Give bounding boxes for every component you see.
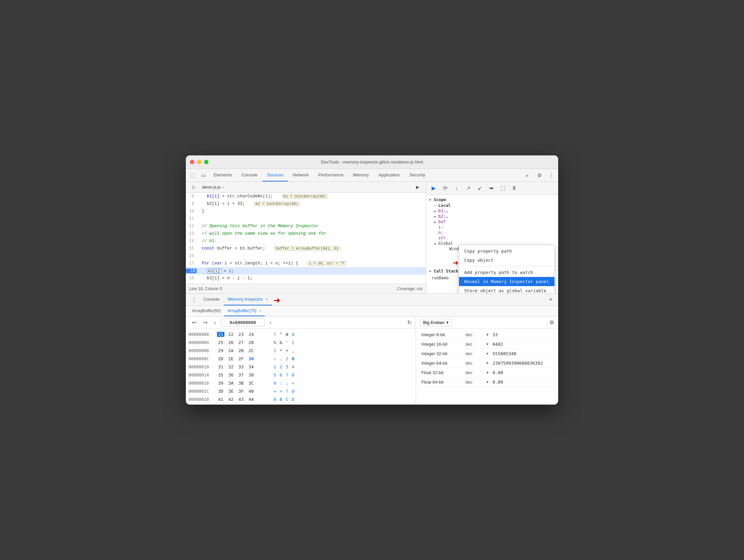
pause-btn[interactable]: ⟳ — [440, 184, 450, 193]
hex-byte-22[interactable]: 22 — [227, 332, 235, 337]
code-line-19: 19 b2[i] = n - i - 1; — [186, 275, 426, 282]
hex-byte-24[interactable]: 24 — [247, 332, 255, 337]
minimize-button[interactable] — [197, 160, 201, 164]
tab-security[interactable]: Security — [404, 169, 430, 181]
code-panel-end: ▶ — [412, 185, 423, 190]
titlebar: DevTools - memory-inspector.glitch.me/de… — [186, 155, 558, 169]
more-tabs-icon[interactable]: » — [522, 172, 532, 178]
more-debugger-btn[interactable]: ⏸ — [509, 184, 519, 193]
buffer-tab-60[interactable]: ArrayBuffer(60) — [189, 306, 224, 316]
value-row-int8: Integer 8-bit dec ▼ 33 — [416, 330, 558, 340]
hex-row-2: 00000008 29 2A 2B 2C ) * + — [189, 346, 413, 354]
code-line-10: 10 } — [186, 208, 426, 215]
code-line-13: 13 // will open the same view as for ope… — [186, 230, 426, 237]
tab-application[interactable]: Application — [374, 169, 405, 181]
code-line-14: 14 // b1. — [186, 237, 426, 245]
tab-memory-inspector[interactable]: Memory Inspector × — [224, 294, 272, 305]
tab-sources[interactable]: Sources — [262, 169, 288, 181]
close-button[interactable] — [190, 160, 194, 164]
tab-network[interactable]: Network — [288, 169, 314, 181]
hex-row-8: 00000020 41 42 43 44 A B C — [189, 395, 413, 403]
value-panel: Big Endian ▼ ⚙ Integer 8-bit dec ▼ 33 — [416, 317, 558, 405]
value-row-int32: Integer 32-bit dec ▼ 555885348 — [416, 349, 558, 359]
buffer-tab-close[interactable]: × — [259, 309, 261, 313]
code-line-20: 20 } — [186, 282, 426, 284]
code-line-16: 16 — [186, 252, 426, 260]
settings-icon[interactable]: ⚙ — [534, 172, 545, 178]
more-options-icon[interactable]: ⋮ — [546, 172, 557, 178]
file-tab-item[interactable]: demo-js.js × — [199, 185, 227, 190]
tab-console[interactable]: Console — [237, 169, 262, 181]
bottom-more-icon[interactable]: ⋮ — [189, 296, 199, 303]
value-settings-btn[interactable]: ⚙ — [549, 319, 554, 326]
memory-tab-close[interactable]: × — [266, 297, 268, 302]
context-menu: Copy property path Copy object Add prope… — [459, 245, 555, 293]
hex-row-5: 00000014 35 36 37 38 5 6 7 — [189, 371, 413, 379]
hex-toolbar: ↩ ↪ ‹ › ↻ — [186, 317, 416, 329]
coverage-status: Coverage: n/a — [397, 286, 422, 291]
code-status-bar: Line 18, Column 5 Coverage: n/a — [186, 284, 426, 293]
back-btn[interactable]: ↩ — [190, 319, 198, 326]
code-file-tab: ▷ demo-js.js × ▶ — [186, 182, 426, 193]
code-line-8: 8 b1[i] = str.charCodeAt(i); b1 = Uint8A… — [186, 193, 426, 200]
ctx-add-watch[interactable]: Add property path to watch — [459, 268, 554, 277]
step-into-btn[interactable]: ↗ — [463, 184, 473, 193]
scope-n: n: — [429, 230, 555, 235]
step-over-btn[interactable]: ↓ — [452, 184, 461, 193]
buffer-arrow-annotation: ➜ — [273, 296, 280, 305]
hex-row-0: 00000000 21 22 23 24 ! " # — [189, 330, 413, 338]
debugger-toolbar: ▶ ⟳ ↓ ↗ ↙ ➡ ⬚ ⏸ — [426, 182, 558, 195]
prev-page-btn[interactable]: ‹ — [212, 319, 218, 326]
hex-byte-23[interactable]: 23 — [237, 332, 245, 337]
select-icon[interactable]: ⬚ — [187, 169, 198, 181]
refresh-btn[interactable]: ↻ — [407, 319, 412, 326]
endian-dropdown-icon: ▼ — [446, 321, 449, 324]
scope-title: ▾ Scope — [429, 197, 555, 203]
value-row-float64: Float 64-bit dec ▼ 0.00 — [416, 378, 558, 387]
ctx-reveal-memory[interactable]: Reveal in Memory Inspector panel — [459, 277, 554, 286]
bottom-tab-bar: ⋮ Console Memory Inspector × ➜ × — [186, 294, 558, 306]
next-page-btn[interactable]: › — [267, 319, 273, 326]
step-btn[interactable]: ➡ — [486, 184, 496, 193]
buffer-arrow-container: ➜ — [273, 295, 280, 304]
value-row-float32: Float 32-bit dec ▼ 0.00 — [416, 368, 558, 378]
window-title: DevTools - memory-inspector.glitch.me/de… — [321, 159, 423, 165]
hex-byte-21[interactable]: 21 — [217, 332, 224, 337]
code-panel: ▷ demo-js.js × ▶ 8 b1[i] = str.charC — [186, 182, 426, 293]
ctx-copy-property-path[interactable]: Copy property path — [459, 246, 554, 256]
tab-memory[interactable]: Memory — [348, 169, 374, 181]
scope-b1: ▶ b1: … — [429, 208, 555, 214]
resume-btn[interactable]: ▶ — [429, 184, 438, 193]
hex-row-1: 00000004 25 26 27 28 % & ' — [189, 338, 413, 346]
scope-str: str — [429, 235, 555, 241]
tab-console-bottom[interactable]: Console — [199, 294, 224, 305]
maximize-button[interactable] — [204, 160, 209, 164]
code-line-18: 18 b1[i] = i; — [186, 267, 426, 275]
cursor-position: Line 18, Column 5 — [189, 286, 222, 291]
scope-buf: ▶ buf — [429, 219, 555, 224]
value-row-int16: Integer 16-bit dec ▼ 8482 — [416, 340, 558, 349]
tab-elements[interactable]: Elements — [209, 169, 237, 181]
buffer-tab-70[interactable]: ArrayBuffer(70) × — [224, 306, 265, 316]
bottom-close-btn[interactable]: × — [546, 295, 555, 304]
value-table: Integer 8-bit dec ▼ 33 Integer 16-bit de… — [416, 329, 558, 405]
ctx-store-global[interactable]: Store object as global variable — [459, 286, 554, 293]
file-close-icon[interactable]: × — [222, 185, 224, 189]
code-line-15: 15 const buffer = b1.buffer; buffer = Ar… — [186, 245, 426, 252]
device-icon[interactable]: ▭ — [198, 169, 209, 181]
scope-local-title: ▾ Local — [429, 203, 555, 208]
format-icon[interactable]: ▶ — [412, 185, 423, 190]
ctx-copy-object[interactable]: Copy object — [459, 256, 554, 265]
tab-overflow: » ⚙ ⋮ — [522, 169, 557, 181]
endian-select[interactable]: Big Endian ▼ — [420, 319, 452, 326]
traffic-lights — [190, 160, 209, 164]
file-navigator-icon[interactable]: ▷ — [189, 185, 199, 190]
scope-panel: ▶ ⟳ ↓ ↗ ↙ ➡ ⬚ ⏸ ▾ Scope — [426, 182, 558, 293]
address-input[interactable] — [221, 319, 265, 326]
ctx-divider — [459, 266, 554, 266]
tab-performance[interactable]: Performance — [313, 169, 348, 181]
forward-btn[interactable]: ↪ — [201, 319, 210, 326]
step-out-btn[interactable]: ↙ — [475, 184, 484, 193]
deactivate-btn[interactable]: ⬚ — [498, 184, 507, 193]
bottom-section: ⋮ Console Memory Inspector × ➜ × ArrayBu… — [186, 294, 558, 405]
